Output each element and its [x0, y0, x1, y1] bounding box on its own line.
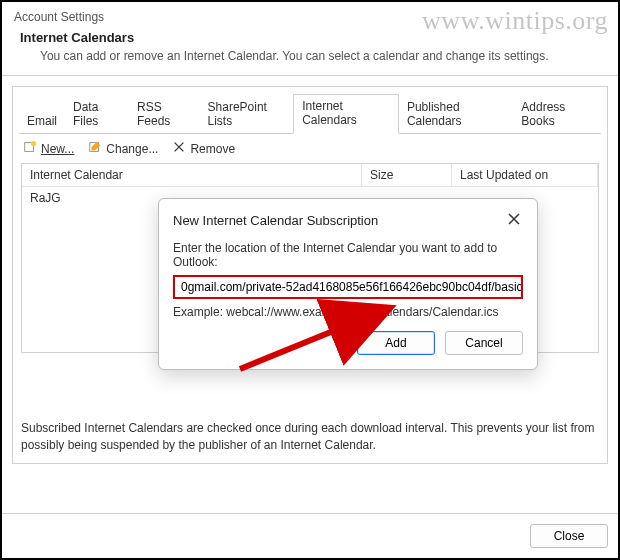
change-icon: [88, 140, 102, 157]
remove-button[interactable]: Remove: [172, 140, 235, 157]
cancel-button[interactable]: Cancel: [445, 331, 523, 355]
tab-internet-calendars[interactable]: Internet Calendars: [293, 94, 399, 134]
divider: [2, 75, 618, 76]
header-updated[interactable]: Last Updated on: [452, 164, 598, 186]
dialog-title: New Internet Calendar Subscription: [173, 213, 378, 228]
header-name[interactable]: Internet Calendar: [22, 164, 362, 186]
tab-data-files[interactable]: Data Files: [65, 96, 129, 134]
tab-rss-feeds[interactable]: RSS Feeds: [129, 96, 200, 134]
dialog-label: Enter the location of the Internet Calen…: [173, 241, 523, 269]
change-label: Change...: [106, 142, 158, 156]
new-button[interactable]: New...: [23, 140, 74, 157]
section-description: You can add or remove an Internet Calend…: [40, 49, 606, 63]
tab-sharepoint-lists[interactable]: SharePoint Lists: [200, 96, 294, 134]
dialog-close-button[interactable]: [505, 211, 523, 229]
close-button[interactable]: Close: [530, 524, 608, 548]
tab-published-calendars[interactable]: Published Calendars: [399, 96, 513, 134]
tab-address-books[interactable]: Address Books: [513, 96, 601, 134]
toolbar: New... Change... Remove: [13, 134, 607, 163]
svg-point-1: [31, 141, 36, 146]
remove-label: Remove: [190, 142, 235, 156]
calendar-url-input[interactable]: 0gmail.com/private-52ad4168085e56f166426…: [173, 275, 523, 299]
close-icon: [508, 213, 520, 228]
tab-email[interactable]: Email: [19, 110, 65, 134]
footer-bar: Close: [2, 513, 618, 558]
section-title: Internet Calendars: [20, 30, 606, 45]
example-text: Example: webcal://www.example.com/calend…: [173, 305, 523, 319]
change-button[interactable]: Change...: [88, 140, 158, 157]
add-button[interactable]: Add: [357, 331, 435, 355]
list-header: Internet Calendar Size Last Updated on: [22, 164, 598, 187]
footnote-text: Subscribed Internet Calendars are checke…: [13, 412, 607, 462]
new-label: New...: [41, 142, 74, 156]
new-calendar-dialog: New Internet Calendar Subscription Enter…: [158, 198, 538, 370]
tab-strip: Email Data Files RSS Feeds SharePoint Li…: [13, 87, 607, 133]
new-icon: [23, 140, 37, 157]
window-title: Account Settings: [14, 10, 606, 24]
remove-icon: [172, 140, 186, 157]
header-size[interactable]: Size: [362, 164, 452, 186]
